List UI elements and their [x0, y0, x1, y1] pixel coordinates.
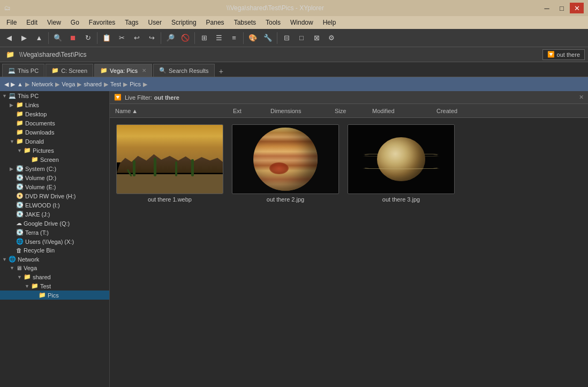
sidebar-item-jake_j[interactable]: 💽JAKE (J:) [0, 210, 109, 219]
up-button[interactable]: ▲ [32, 31, 46, 45]
menu-item-help[interactable]: Help [319, 18, 341, 27]
sidebar-item-shared[interactable]: ▼📁shared [0, 272, 109, 281]
menu-item-tabsets[interactable]: Tabsets [230, 18, 260, 27]
sidebar-item-this_pc[interactable]: ▼💻This PC [0, 91, 109, 100]
tools-button[interactable]: 🔧 [261, 31, 275, 45]
colheader-created[interactable]: Created [433, 108, 497, 114]
panels-button[interactable]: ⊟ [280, 31, 293, 45]
copy-button[interactable]: 📋 [100, 31, 114, 45]
sidebar-item-donald[interactable]: ▼📁Donald [0, 137, 109, 146]
menu-item-window[interactable]: Window [286, 18, 318, 27]
sidebar-item-recycle_bin[interactable]: 🗑Recycle Bin [0, 246, 109, 255]
redo-button[interactable]: ↪ [145, 31, 159, 45]
colheader-dimensions[interactable]: Dimensions [267, 108, 331, 114]
sidebar-item-pictures[interactable]: ▼📁Pictures [0, 146, 109, 155]
menu-item-panes[interactable]: Panes [202, 18, 229, 27]
stop-button[interactable]: ⏹ [66, 31, 80, 45]
tree-toggle-icon[interactable]: ▼ [2, 93, 7, 99]
sidebar-item-pics[interactable]: 📁Pics [0, 291, 109, 300]
sidebar-item-label: Links [25, 102, 39, 108]
tree-toggle-icon[interactable]: ▼ [25, 284, 30, 289]
breadcrumb-sep2: ▶ [77, 81, 81, 88]
view-detail-button[interactable]: ≡ [227, 31, 241, 45]
colheader-size[interactable]: Size [331, 108, 369, 114]
tree-toggle-icon[interactable]: ▼ [10, 139, 15, 144]
colheader-name[interactable]: Name ▲ [112, 108, 230, 114]
menu-item-user[interactable]: User [144, 18, 166, 27]
catalog-button[interactable]: ⊠ [310, 31, 323, 45]
sidebar-item-volume_e[interactable]: 💽Volume (E:) [0, 182, 109, 191]
sidebar-item-downloads[interactable]: 📁Downloads [0, 128, 109, 137]
sidebar-item-desktop[interactable]: 📁Desktop [0, 109, 109, 118]
sidebar-item-network[interactable]: ▼🌐Network [0, 255, 109, 264]
tab-this-pc[interactable]: 💻This PC [2, 64, 44, 77]
menu-item-go[interactable]: Go [66, 18, 84, 27]
breadcrumb-shared[interactable]: shared [84, 81, 102, 87]
breadcrumb-sep0: ▶ [25, 81, 29, 88]
menu-item-view[interactable]: View [43, 18, 65, 27]
menu-item-file[interactable]: File [2, 18, 21, 27]
sidebar-item-system_c[interactable]: ▶💽System (C:) [0, 164, 109, 173]
menu-item-scripting[interactable]: Scripting [167, 18, 201, 27]
sidebar-item-test[interactable]: ▼📁Test [0, 281, 109, 291]
tab-add-button[interactable]: + [216, 66, 227, 77]
sidebar-item-volume_d[interactable]: 💽Volume (D:) [0, 173, 109, 182]
breadcrumb-network[interactable]: Network [32, 81, 53, 87]
maximize-button[interactable]: □ [555, 3, 569, 13]
settings-button[interactable]: ⚙ [325, 31, 338, 45]
color-button[interactable]: 🎨 [246, 31, 260, 45]
sidebar-item-documents[interactable]: 📁Documents [0, 118, 109, 128]
sidebar-item-dvd_rw_drive_h[interactable]: 📀DVD RW Drive (H:) [0, 191, 109, 200]
breadcrumb-nav-forward[interactable]: ▶ [11, 81, 15, 88]
forward-button[interactable]: ▶ [17, 31, 31, 45]
minimize-button[interactable]: ─ [540, 3, 554, 13]
refresh-button[interactable]: ↻ [81, 31, 95, 45]
filter-text[interactable]: out there [557, 51, 580, 58]
view-list-button[interactable]: ☰ [212, 31, 226, 45]
breadcrumb-nav-back[interactable]: ◀ [4, 81, 9, 88]
sidebar-item-terra_t[interactable]: 💽Terra (T:) [0, 228, 109, 237]
tree-toggle-icon[interactable]: ▼ [17, 274, 22, 280]
menu-item-tags[interactable]: Tags [120, 18, 142, 27]
sidebar-item-vega[interactable]: ▼🖥Vega [0, 264, 109, 272]
tab-search-results[interactable]: 🔍Search Results [153, 64, 215, 77]
sidebar-item-elwood_i[interactable]: 💽ELWOOD (I:) [0, 200, 109, 210]
filter-button[interactable]: 🚫 [178, 31, 192, 45]
sidebar-item-links[interactable]: ▶📁Links [0, 100, 109, 109]
breadcrumb-test[interactable]: Test [110, 81, 121, 87]
search-button[interactable]: 🔍 [51, 31, 65, 45]
list-item[interactable]: out there 2.jpg [232, 124, 339, 203]
cut-button[interactable]: ✂ [115, 31, 129, 45]
preview-button[interactable]: □ [295, 31, 308, 45]
breadcrumb-vega[interactable]: Vega [62, 81, 75, 87]
menu-item-tools[interactable]: Tools [261, 18, 285, 27]
tree-toggle-icon[interactable]: ▶ [10, 166, 15, 172]
sidebar-item-google_drive_q[interactable]: ☁Google Drive (Q:) [0, 219, 109, 228]
sidebar-item-screen[interactable]: 📁Screen [0, 155, 109, 164]
tree-toggle-icon[interactable]: ▼ [17, 148, 22, 153]
sidebar-item-users_vega_x[interactable]: 🌐Users (\\Vega) (X:) [0, 237, 109, 246]
tree-toggle-icon[interactable]: ▶ [10, 102, 15, 108]
breadcrumb-pics[interactable]: Pics [130, 81, 141, 87]
titlebar: 🗂 \\Vega\shared\Test\Pics - XYplorer ─ □… [0, 0, 588, 16]
close-button[interactable]: ✕ [570, 3, 584, 13]
addressbar-path[interactable]: \\Vega\shared\Test\Pics [19, 51, 86, 58]
back-button[interactable]: ◀ [2, 31, 16, 45]
list-item[interactable]: out there 1.webp [116, 124, 223, 203]
livefilter-close-button[interactable]: ✕ [579, 94, 584, 101]
tree-toggle-icon[interactable]: ▼ [10, 265, 15, 271]
tab-vega:-pics[interactable]: 📁Vega: Pics✕ [94, 64, 152, 77]
colheader-ext[interactable]: Ext [230, 108, 267, 114]
tab-c:-screen[interactable]: 📁C: Screen [46, 64, 93, 77]
view-grid-button[interactable]: ⊞ [197, 31, 211, 45]
undo-button[interactable]: ↩ [130, 31, 144, 45]
colheader-modified[interactable]: Modified [369, 108, 433, 114]
menu-item-favorites[interactable]: Favorites [85, 18, 119, 27]
tab-icon: 💻 [8, 67, 16, 74]
tree-toggle-icon[interactable]: ▼ [2, 257, 7, 262]
list-item[interactable]: out there 3.jpg [348, 124, 455, 203]
breadcrumb-nav-up[interactable]: ▲ [17, 81, 23, 87]
find-button[interactable]: 🔎 [163, 31, 177, 45]
tab-close-button[interactable]: ✕ [142, 68, 146, 73]
menu-item-edit[interactable]: Edit [22, 18, 42, 27]
